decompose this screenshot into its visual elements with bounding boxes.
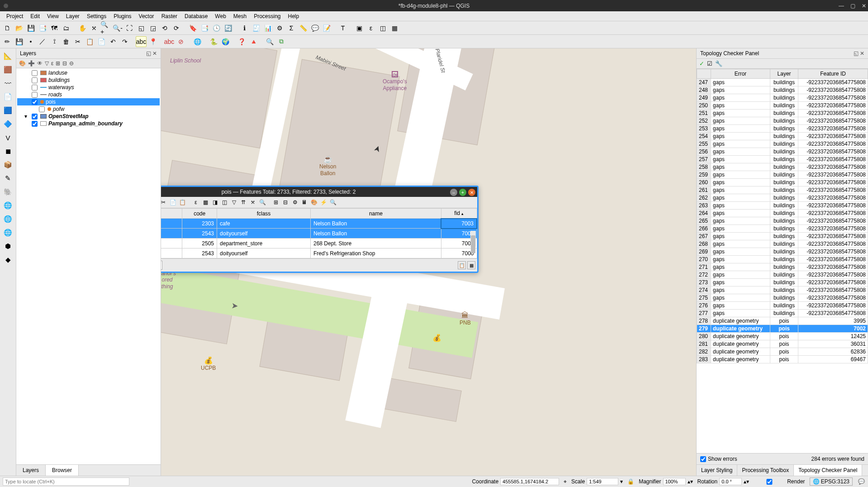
layer-tree[interactable]: landusebuildingswaterwaysroadspoispofw▾O… — [16, 68, 161, 464]
topo-row[interactable]: 283duplicate geometrypois69467 — [697, 356, 868, 363]
tab-processing-toolbox[interactable]: Processing Toolbox — [737, 465, 794, 476]
topo-row[interactable]: 281duplicate geometrypois36031 — [697, 340, 868, 348]
attr-row[interactable]: 24149135335662543doityourselfFred's Refr… — [161, 248, 477, 258]
layer-item-pois[interactable]: pois — [17, 98, 160, 105]
filter-legend-icon[interactable]: ▽ — [45, 60, 49, 67]
delimited-text-icon[interactable]: 📄 — [2, 91, 14, 103]
quick-osm-icon[interactable]: 🔍 — [264, 36, 275, 47]
temporal-icon[interactable]: 🕓 — [211, 23, 222, 33]
cut-icon[interactable]: ✂ — [72, 36, 83, 47]
attr-select-all-icon[interactable]: ▦ — [201, 198, 209, 206]
attr-filter-dropdown[interactable]: ▽ Show All Features ▾ — [161, 261, 162, 270]
chevron-down-icon[interactable]: ▾ — [620, 478, 623, 485]
attr-minimize-button[interactable]: – — [450, 189, 457, 196]
topo-row[interactable]: 253gapsbuildings-9223372036854775808 — [697, 125, 868, 133]
vector-layer-icon[interactable]: 📐 — [2, 50, 14, 62]
pencil-edit-icon[interactable]: ✎ — [2, 172, 14, 184]
zoom-next-icon[interactable]: ⟳ — [171, 23, 182, 33]
abc-diagram-icon[interactable]: abc — [164, 36, 175, 47]
xyz-icon[interactable]: ⬢ — [2, 240, 14, 252]
attr-maximize-button[interactable]: + — [459, 189, 466, 196]
python-console-icon[interactable]: 🐍 — [208, 36, 219, 47]
attr-zoom-selected-icon[interactable]: 🔍 — [258, 198, 266, 206]
layout-icon[interactable]: 🗺 — [49, 23, 60, 33]
attr-row[interactable]: 24139135406502505department_store268 Dep… — [161, 239, 477, 248]
layer-checkbox[interactable] — [32, 99, 38, 105]
layer-item-buildings[interactable]: buildings — [17, 76, 160, 84]
text-annotation-icon[interactable]: T — [337, 23, 348, 33]
attr-organize-icon[interactable]: ⚙ — [291, 198, 299, 206]
menu-project[interactable]: Project — [3, 12, 27, 20]
maximize-button[interactable]: ▢ — [850, 3, 855, 9]
quick-query-icon[interactable]: ⧉ — [276, 36, 287, 47]
layer-checkbox[interactable] — [32, 70, 38, 76]
menu-vector[interactable]: Vector — [135, 12, 158, 20]
attr-move-top-icon[interactable]: ⇈ — [239, 198, 247, 206]
maptips-icon[interactable]: 💬 — [309, 23, 320, 33]
topo-row[interactable]: 260gapsbuildings-9223372036854775808 — [697, 179, 868, 186]
topo-row[interactable]: 277gapsbuildings-9223372036854775808 — [697, 310, 868, 317]
locate-input[interactable] — [3, 477, 129, 486]
map-canvas[interactable]: Liplin School Mabini Street Plaridel St … — [161, 48, 696, 476]
topo-row[interactable]: 270gapsbuildings-9223372036854775808 — [697, 256, 868, 263]
attr-dock-icon[interactable]: 🔍 — [329, 198, 337, 206]
save-project-icon[interactable]: 💾 — [25, 23, 36, 33]
topo-row[interactable]: 259gapsbuildings-9223372036854775808 — [697, 171, 868, 179]
close-topo-icon[interactable]: ✕ — [860, 50, 864, 57]
topo-row[interactable]: 258gapsbuildings-9223372036854775808 — [697, 163, 868, 171]
attr-close-button[interactable]: ✕ — [468, 189, 475, 196]
paste-icon[interactable]: 📄 — [96, 36, 107, 47]
expander-icon[interactable]: ▾ — [24, 113, 29, 119]
deselect-icon[interactable]: ◫ — [377, 23, 388, 33]
osm-download-icon[interactable]: 🌐 — [192, 36, 203, 47]
new-project-icon[interactable]: 🗋 — [2, 23, 13, 33]
menu-database[interactable]: Database — [181, 12, 211, 20]
attr-deselect-icon[interactable]: ◫ — [220, 198, 228, 206]
topo-row[interactable]: 268gapsbuildings-9223372036854775808 — [697, 240, 868, 248]
attr-row[interactable]: 24119135438952303cafeNelson Ballon7003 — [161, 219, 477, 229]
topo-row[interactable]: 262gapsbuildings-9223372036854775808 — [697, 194, 868, 202]
topo-row[interactable]: 264gapsbuildings-9223372036854775808 — [697, 210, 868, 217]
topo-row[interactable]: 261gapsbuildings-9223372036854775808 — [697, 186, 868, 194]
topo-row[interactable]: 269gapsbuildings-9223372036854775808 — [697, 248, 868, 256]
help-icon[interactable]: ❓ — [236, 36, 247, 47]
topo-row[interactable]: 280duplicate geometrypois12425 — [697, 333, 868, 340]
spatialite-icon[interactable]: 🟦 — [2, 105, 14, 116]
undo-icon[interactable]: ↶ — [108, 36, 119, 47]
open-project-icon[interactable]: 📂 — [14, 23, 24, 33]
topo-row[interactable]: 266gapsbuildings-9223372036854775808 — [697, 225, 868, 233]
topo-row[interactable]: 263gapsbuildings-9223372036854775808 — [697, 202, 868, 210]
zoom-layer-icon[interactable]: ◲ — [147, 23, 158, 33]
lock-icon[interactable]: 🔒 — [627, 478, 634, 485]
attr-col-fid[interactable]: fid▴ — [441, 209, 477, 219]
show-errors-checkbox[interactable]: Show errors — [700, 456, 737, 462]
layout-manager-icon[interactable]: 🗂 — [61, 23, 71, 33]
show-bookmarks-icon[interactable]: 📑 — [199, 23, 210, 33]
topo-row[interactable]: 248gapsbuildings-9223372036854775808 — [697, 86, 868, 94]
copy-icon[interactable]: 📋 — [84, 36, 95, 47]
add-line-icon[interactable]: ／ — [37, 36, 48, 47]
new-geopackage-icon[interactable]: 📦 — [2, 159, 14, 171]
render-input[interactable] — [754, 479, 785, 485]
zoom-in-icon[interactable]: 🔍+ — [100, 23, 111, 33]
redo-icon[interactable]: ↷ — [119, 36, 130, 47]
layer-checkbox[interactable] — [32, 121, 38, 127]
layer-item-pofw[interactable]: pofw — [17, 105, 160, 113]
render-checkbox[interactable]: Render — [754, 478, 805, 485]
expression-filter-icon[interactable]: ε — [51, 60, 53, 67]
menu-help[interactable]: Help — [285, 12, 303, 20]
attr-field-calc-icon[interactable]: 🖩 — [300, 198, 308, 206]
topo-row[interactable]: 265gapsbuildings-9223372036854775808 — [697, 217, 868, 225]
table-view-icon[interactable]: ▦ — [467, 261, 475, 269]
attr-invert-icon[interactable]: ◨ — [211, 198, 219, 206]
attr-row[interactable]: 24129135438952543doityourselfNelson Ball… — [161, 229, 477, 239]
topo-row[interactable]: 271gapsbuildings-9223372036854775808 — [697, 263, 868, 271]
attr-scrollbar[interactable] — [470, 231, 476, 247]
zoom-out-icon[interactable]: 🔍- — [112, 23, 123, 33]
attr-new-field-icon[interactable]: ⊞ — [272, 198, 280, 206]
zoom-full-icon[interactable]: ⛶ — [124, 23, 135, 33]
topo-row[interactable]: 251gapsbuildings-9223372036854775808 — [697, 110, 868, 117]
wms-icon[interactable]: 🌐 — [2, 200, 14, 211]
annotation-icon[interactable]: 📝 — [321, 23, 332, 33]
topology-checker-icon[interactable]: 🔺 — [248, 36, 259, 47]
